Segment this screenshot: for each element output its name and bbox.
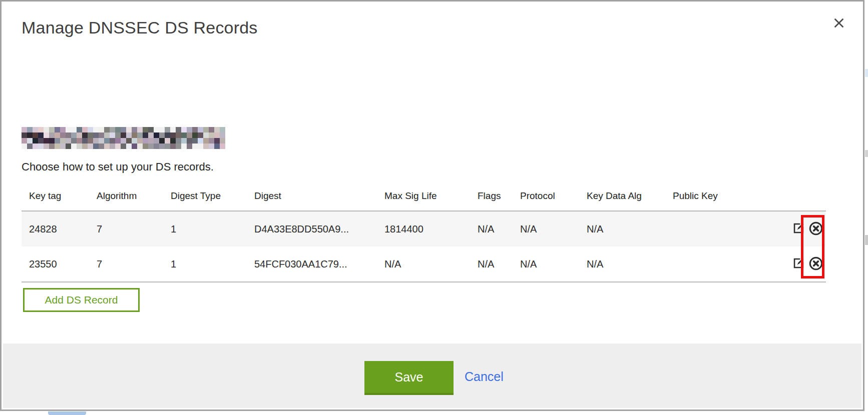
column-header-key-tag: Key tag bbox=[22, 190, 89, 202]
background-artifact bbox=[865, 235, 868, 245]
table-header-row: Key tag Algorithm Digest Type Digest Max… bbox=[22, 182, 826, 210]
row-actions bbox=[781, 256, 826, 272]
table-row: 24828 7 1 D4A33E8DD550A9... 1814400 N/A … bbox=[22, 212, 826, 246]
column-header-digest-type: Digest Type bbox=[163, 190, 247, 202]
column-header-digest: Digest bbox=[247, 190, 377, 202]
cell-digest: D4A33E8DD550A9... bbox=[247, 224, 377, 235]
cell-max-sig-life: N/A bbox=[377, 258, 470, 270]
delete-circle-x-icon bbox=[808, 221, 823, 238]
edit-record-button[interactable] bbox=[790, 221, 806, 237]
table-body: 24828 7 1 D4A33E8DD550A9... 1814400 N/A … bbox=[22, 210, 826, 282]
save-button[interactable]: Save bbox=[364, 361, 454, 395]
edit-pencil-icon bbox=[792, 222, 805, 236]
page-title: Manage DNSSEC DS Records bbox=[22, 18, 258, 38]
cell-algorithm: 7 bbox=[89, 258, 163, 270]
cell-max-sig-life: 1814400 bbox=[377, 224, 470, 235]
cell-protocol: N/A bbox=[513, 224, 579, 235]
column-header-key-data-alg: Key Data Alg bbox=[579, 190, 665, 202]
cell-digest-type: 1 bbox=[163, 258, 247, 270]
modal-footer: Save Cancel bbox=[3, 344, 861, 408]
background-page-strip bbox=[864, 0, 868, 415]
row-actions bbox=[781, 221, 826, 237]
edit-pencil-icon bbox=[792, 256, 805, 272]
redacted-domain-name bbox=[22, 127, 225, 149]
delete-record-button[interactable] bbox=[808, 256, 824, 272]
dnssec-ds-records-modal: Manage DNSSEC DS Records Choose how to s… bbox=[0, 0, 864, 411]
cell-flags: N/A bbox=[470, 258, 513, 270]
close-button[interactable] bbox=[831, 16, 847, 32]
cell-key-data-alg: N/A bbox=[579, 224, 665, 235]
cell-flags: N/A bbox=[470, 224, 513, 235]
cell-digest-type: 1 bbox=[163, 224, 247, 235]
add-ds-record-button[interactable]: Add DS Record bbox=[23, 288, 140, 312]
cell-key-tag: 24828 bbox=[22, 224, 89, 235]
edit-record-button[interactable] bbox=[790, 256, 806, 272]
column-header-flags: Flags bbox=[470, 190, 513, 202]
cancel-link[interactable]: Cancel bbox=[465, 370, 504, 384]
column-header-public-key: Public Key bbox=[665, 190, 781, 202]
column-header-protocol: Protocol bbox=[513, 190, 579, 202]
ds-records-table: Key tag Algorithm Digest Type Digest Max… bbox=[22, 182, 826, 282]
close-icon bbox=[832, 16, 845, 31]
background-artifact bbox=[865, 69, 868, 77]
cell-key-tag: 23550 bbox=[22, 258, 89, 270]
cell-key-data-alg: N/A bbox=[579, 258, 665, 270]
background-artifact bbox=[865, 150, 868, 157]
cell-algorithm: 7 bbox=[89, 224, 163, 235]
column-header-algorithm: Algorithm bbox=[89, 190, 163, 202]
delete-circle-x-icon bbox=[808, 256, 823, 272]
cell-protocol: N/A bbox=[513, 258, 579, 270]
table-row: 23550 7 1 54FCF030AA1C79... N/A N/A N/A … bbox=[22, 246, 826, 282]
background-artifact bbox=[48, 412, 86, 415]
delete-record-button[interactable] bbox=[808, 221, 824, 237]
instruction-text: Choose how to set up your DS records. bbox=[22, 160, 214, 174]
column-header-max-sig-life: Max Sig Life bbox=[377, 190, 470, 202]
cell-digest: 54FCF030AA1C79... bbox=[247, 258, 377, 270]
